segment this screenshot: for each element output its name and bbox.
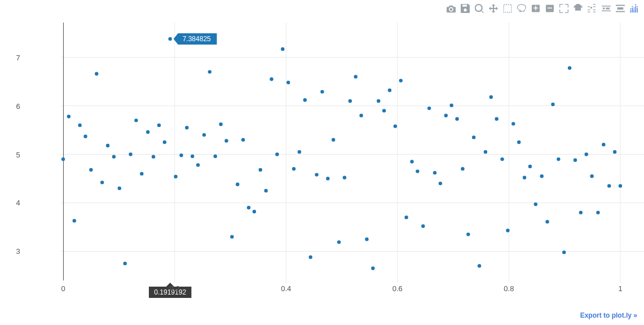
scatter-marker[interactable] bbox=[106, 144, 109, 147]
scatter-marker[interactable] bbox=[118, 186, 121, 190]
scatter-marker[interactable] bbox=[191, 155, 194, 158]
scatter-marker[interactable] bbox=[179, 153, 183, 157]
scatter-marker[interactable] bbox=[511, 122, 515, 125]
scatter-marker[interactable] bbox=[298, 150, 301, 153]
scatter-marker[interactable] bbox=[506, 229, 509, 232]
scatter-marker[interactable] bbox=[286, 81, 290, 84]
scatter-marker[interactable] bbox=[399, 79, 403, 82]
scatter-marker[interactable] bbox=[236, 183, 239, 186]
scatter-marker[interactable] bbox=[574, 159, 577, 162]
scatter-marker[interactable] bbox=[134, 118, 138, 122]
scatter-marker[interactable] bbox=[472, 135, 475, 139]
scatter-marker[interactable] bbox=[579, 210, 583, 214]
scatter-marker[interactable] bbox=[602, 143, 605, 146]
scatter-marker[interactable] bbox=[61, 157, 65, 161]
scatter-marker[interactable] bbox=[607, 184, 611, 187]
scatter-marker[interactable] bbox=[112, 155, 116, 159]
scatter-marker[interactable] bbox=[146, 130, 149, 134]
scatter-marker[interactable] bbox=[78, 124, 81, 127]
scatter-marker[interactable] bbox=[439, 182, 442, 185]
scatter-marker[interactable] bbox=[157, 124, 161, 127]
scatter-marker[interactable] bbox=[219, 122, 222, 126]
scatter-marker[interactable] bbox=[241, 138, 245, 142]
scatter-marker[interactable] bbox=[275, 152, 279, 156]
scatter-plot[interactable]: 7.3848250.1919192 00.20.40.60.8134567 bbox=[0, 0, 644, 325]
export-link[interactable]: Export to plot.ly » bbox=[580, 311, 637, 319]
scatter-marker[interactable] bbox=[247, 206, 250, 209]
scatter-marker[interactable] bbox=[100, 181, 104, 184]
scatter-marker[interactable] bbox=[619, 184, 622, 187]
scatter-marker[interactable] bbox=[196, 163, 200, 166]
scatter-marker[interactable] bbox=[320, 90, 324, 93]
scatter-marker[interactable] bbox=[168, 37, 171, 41]
scatter-marker[interactable] bbox=[230, 235, 233, 238]
scatter-marker[interactable] bbox=[528, 165, 532, 168]
scatter-marker[interactable] bbox=[444, 114, 448, 117]
scatter-marker[interactable] bbox=[365, 238, 368, 241]
scatter-marker[interactable] bbox=[349, 99, 352, 103]
scatter-marker[interactable] bbox=[174, 175, 177, 178]
scatter-marker[interactable] bbox=[129, 152, 132, 156]
scatter-marker[interactable] bbox=[523, 176, 526, 179]
scatter-marker[interactable] bbox=[495, 117, 498, 121]
scatter-marker[interactable] bbox=[416, 169, 419, 173]
scatter-marker[interactable] bbox=[326, 177, 329, 180]
scatter-marker[interactable] bbox=[557, 157, 560, 161]
scatter-marker[interactable] bbox=[466, 232, 470, 236]
scatter-marker[interactable] bbox=[613, 150, 616, 153]
scatter-marker[interactable] bbox=[377, 99, 380, 103]
scatter-marker[interactable] bbox=[224, 139, 228, 142]
scatter-marker[interactable] bbox=[489, 95, 493, 99]
scatter-marker[interactable] bbox=[382, 109, 386, 112]
scatter-marker[interactable] bbox=[590, 174, 593, 178]
scatter-marker[interactable] bbox=[433, 171, 436, 174]
scatter-marker[interactable] bbox=[73, 219, 76, 222]
scatter-marker[interactable] bbox=[185, 126, 188, 129]
scatter-marker[interactable] bbox=[259, 168, 262, 172]
scatter-marker[interactable] bbox=[500, 157, 504, 161]
scatter-marker[interactable] bbox=[562, 251, 566, 254]
scatter-marker[interactable] bbox=[545, 220, 549, 223]
scatter-marker[interactable] bbox=[315, 173, 318, 176]
scatter-marker[interactable] bbox=[421, 225, 425, 228]
scatter-marker[interactable] bbox=[410, 160, 413, 163]
scatter-marker[interactable] bbox=[140, 172, 143, 175]
scatter-marker[interactable] bbox=[89, 168, 92, 172]
scatter-marker[interactable] bbox=[152, 155, 155, 159]
scatter-marker[interactable] bbox=[534, 203, 537, 206]
scatter-marker[interactable] bbox=[270, 77, 273, 81]
scatter-marker[interactable] bbox=[123, 262, 126, 265]
scatter-marker[interactable] bbox=[455, 117, 458, 121]
scatter-marker[interactable] bbox=[449, 103, 453, 107]
scatter-marker[interactable] bbox=[540, 174, 543, 178]
scatter-marker[interactable] bbox=[208, 70, 211, 73]
scatter-marker[interactable] bbox=[83, 134, 87, 138]
scatter-marker[interactable] bbox=[354, 75, 358, 78]
scatter-marker[interactable] bbox=[308, 256, 312, 259]
scatter-marker[interactable] bbox=[551, 103, 554, 106]
scatter-marker[interactable] bbox=[359, 114, 363, 117]
scatter-marker[interactable] bbox=[478, 264, 481, 267]
scatter-marker[interactable] bbox=[163, 140, 166, 144]
scatter-marker[interactable] bbox=[303, 98, 307, 102]
scatter-marker[interactable] bbox=[343, 176, 346, 179]
scatter-marker[interactable] bbox=[585, 152, 588, 156]
scatter-marker[interactable] bbox=[568, 66, 571, 69]
scatter-marker[interactable] bbox=[202, 133, 206, 137]
scatter-marker[interactable] bbox=[427, 107, 431, 110]
scatter-marker[interactable] bbox=[371, 266, 374, 270]
scatter-marker[interactable] bbox=[253, 210, 256, 213]
scatter-marker[interactable] bbox=[67, 115, 70, 118]
scatter-marker[interactable] bbox=[337, 240, 341, 244]
scatter-marker[interactable] bbox=[214, 155, 217, 158]
scatter-marker[interactable] bbox=[517, 140, 521, 144]
scatter-marker[interactable] bbox=[281, 47, 284, 51]
scatter-marker[interactable] bbox=[404, 216, 408, 219]
scatter-marker[interactable] bbox=[388, 89, 391, 92]
scatter-marker[interactable] bbox=[292, 167, 295, 170]
scatter-marker[interactable] bbox=[596, 210, 599, 214]
scatter-marker[interactable] bbox=[461, 167, 464, 170]
scatter-marker[interactable] bbox=[264, 189, 267, 192]
scatter-marker[interactable] bbox=[484, 150, 487, 153]
scatter-marker[interactable] bbox=[332, 138, 335, 142]
